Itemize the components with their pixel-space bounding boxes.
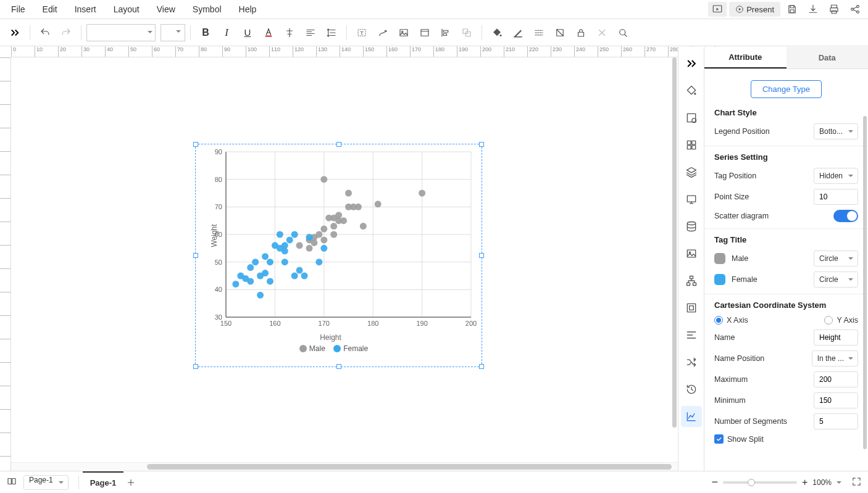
male-shape-select[interactable]: Circle bbox=[814, 251, 858, 267]
resize-handle-mr[interactable] bbox=[479, 253, 484, 258]
menu-layout[interactable]: Layout bbox=[105, 0, 148, 19]
container-icon[interactable] bbox=[415, 23, 435, 43]
vertical-scrollbar[interactable] bbox=[672, 57, 678, 462]
female-shape-select[interactable]: Circle bbox=[814, 271, 858, 288]
align-objects-icon[interactable] bbox=[436, 23, 456, 43]
chart-panel-icon[interactable] bbox=[681, 406, 702, 427]
add-page-button[interactable] bbox=[123, 475, 138, 490]
slideshow-icon-button[interactable] bbox=[708, 2, 727, 17]
zoom-out-icon[interactable]: − bbox=[711, 476, 718, 489]
hierarchy-icon[interactable] bbox=[681, 270, 702, 291]
menu-help[interactable]: Help bbox=[230, 0, 265, 19]
grid-icon[interactable] bbox=[681, 135, 702, 155]
status-bar: Page-1 Page-1 − + 100% bbox=[0, 471, 868, 493]
menu-edit[interactable]: Edit bbox=[34, 0, 66, 19]
zoom-in-icon[interactable]: + bbox=[802, 477, 807, 488]
menu-insert[interactable]: Insert bbox=[66, 0, 105, 19]
scatter-toggle[interactable] bbox=[833, 210, 858, 222]
tab-attribute[interactable]: Attribute bbox=[704, 47, 787, 68]
legend-position-select[interactable]: Botto... bbox=[814, 123, 858, 139]
present-button[interactable]: Present bbox=[729, 2, 780, 17]
font-family-select[interactable] bbox=[86, 24, 156, 41]
point-size-input[interactable] bbox=[814, 189, 858, 205]
resize-handle-br[interactable] bbox=[479, 364, 484, 369]
presentation-icon[interactable] bbox=[681, 189, 702, 210]
italic-icon[interactable]: I bbox=[217, 23, 236, 43]
axis-name-input[interactable] bbox=[814, 329, 858, 346]
undo-icon[interactable] bbox=[35, 23, 55, 43]
collapse-panel-icon[interactable] bbox=[681, 53, 702, 74]
image-icon[interactable] bbox=[394, 23, 414, 43]
canvas-area[interactable]: 15016017018019020030405060708090 Height … bbox=[11, 57, 678, 471]
fullscreen-icon[interactable] bbox=[851, 476, 862, 489]
svg-point-92 bbox=[286, 236, 293, 243]
stroke-color-icon[interactable] bbox=[508, 23, 528, 43]
print-icon-button[interactable] bbox=[825, 2, 843, 17]
bold-icon[interactable]: B bbox=[196, 23, 215, 43]
panel-scrollbar[interactable] bbox=[863, 116, 868, 471]
lock-icon[interactable] bbox=[571, 23, 591, 43]
download-icon-button[interactable] bbox=[804, 2, 822, 17]
resize-handle-tm[interactable] bbox=[336, 142, 341, 147]
segments-input[interactable] bbox=[814, 413, 858, 429]
align-left-icon[interactable] bbox=[301, 23, 320, 43]
page-select[interactable]: Page-1 bbox=[23, 475, 69, 490]
search-icon[interactable] bbox=[613, 23, 633, 43]
menu-view[interactable]: View bbox=[148, 0, 184, 19]
change-type-button[interactable]: Change Type bbox=[751, 80, 822, 98]
label-tag-position: Tag Position bbox=[714, 172, 756, 180]
share-icon-button[interactable] bbox=[846, 2, 864, 17]
database-icon[interactable] bbox=[681, 216, 702, 237]
redo-icon[interactable] bbox=[56, 23, 76, 43]
page-tab-1[interactable]: Page-1 bbox=[83, 471, 124, 493]
menu-file[interactable]: File bbox=[2, 0, 34, 19]
radio-y-axis[interactable]: Y Axis bbox=[824, 316, 858, 325]
name-position-select[interactable]: In the ... bbox=[812, 350, 858, 367]
align-panel-icon[interactable] bbox=[681, 325, 702, 346]
radio-x-axis[interactable]: X Axis bbox=[714, 316, 748, 325]
label-point-size: Point Size bbox=[714, 193, 749, 201]
tag-male: Male bbox=[732, 254, 748, 263]
fill-icon[interactable] bbox=[487, 23, 507, 43]
svg-text:90: 90 bbox=[215, 148, 222, 155]
tag-female: Female bbox=[732, 275, 757, 284]
connector-icon[interactable] bbox=[373, 23, 393, 43]
svg-rect-10 bbox=[265, 35, 272, 36]
group-icon[interactable] bbox=[457, 23, 477, 43]
align-horizontal-icon[interactable] bbox=[280, 23, 299, 43]
shape-settings-icon[interactable] bbox=[681, 107, 702, 128]
show-split-checkbox[interactable] bbox=[714, 434, 724, 444]
shuffle-icon[interactable] bbox=[681, 352, 702, 373]
font-color-icon[interactable] bbox=[259, 23, 278, 43]
resize-handle-tl[interactable] bbox=[193, 142, 198, 147]
minimum-input[interactable] bbox=[814, 392, 858, 408]
scatter-chart[interactable]: 15016017018019020030405060708090 Height … bbox=[196, 147, 465, 365]
tools-icon[interactable] bbox=[592, 23, 612, 43]
save-icon-button[interactable] bbox=[783, 2, 801, 17]
text-box-icon[interactable]: T bbox=[352, 23, 372, 43]
zoom-slider[interactable] bbox=[723, 481, 797, 484]
expand-sidebar-icon[interactable] bbox=[5, 23, 25, 43]
maximum-input[interactable] bbox=[814, 371, 858, 387]
tab-data[interactable]: Data bbox=[787, 47, 869, 68]
pages-icon[interactable] bbox=[6, 476, 17, 489]
svg-point-110 bbox=[689, 252, 691, 254]
svg-rect-16 bbox=[463, 29, 468, 34]
frame-icon[interactable] bbox=[681, 297, 702, 318]
line-style-icon[interactable] bbox=[529, 23, 549, 43]
tag-position-select[interactable]: Hidden bbox=[814, 168, 858, 184]
horizontal-scrollbar[interactable] bbox=[11, 462, 678, 471]
fill-palette-icon[interactable] bbox=[681, 80, 702, 101]
layers-icon[interactable] bbox=[681, 162, 702, 183]
image-panel-icon[interactable] bbox=[681, 243, 702, 264]
resize-handle-tr[interactable] bbox=[479, 142, 484, 147]
svg-text:30: 30 bbox=[215, 313, 222, 321]
font-size-select[interactable] bbox=[161, 24, 185, 41]
svg-point-57 bbox=[320, 236, 327, 243]
history-icon[interactable] bbox=[681, 379, 702, 400]
underline-icon[interactable]: U bbox=[238, 23, 257, 43]
menu-symbol[interactable]: Symbol bbox=[184, 0, 230, 19]
line-spacing-icon[interactable] bbox=[322, 23, 341, 43]
crop-icon[interactable] bbox=[550, 23, 570, 43]
zoom-value[interactable]: 100% bbox=[812, 478, 832, 487]
